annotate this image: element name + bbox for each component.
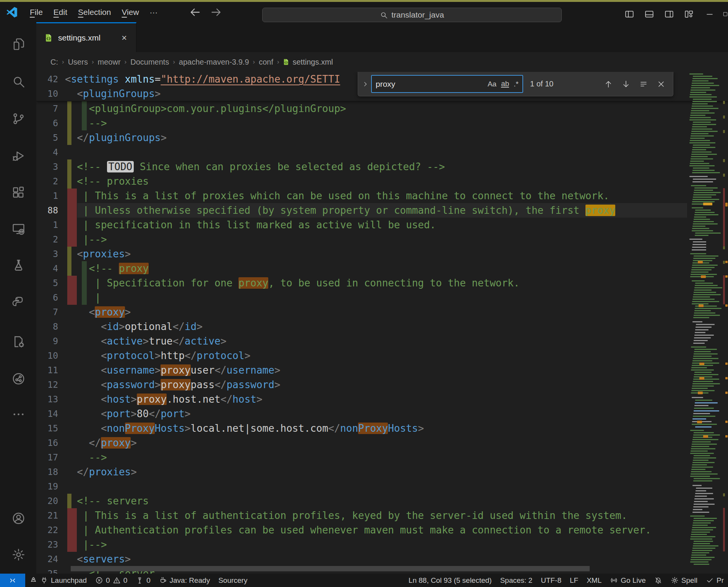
status-cursor-position[interactable]: Ln 88, Col 93 (5 selected) bbox=[404, 574, 496, 587]
code-line[interactable]: 1 | specification in this list marked as… bbox=[36, 218, 728, 232]
status-go-live[interactable]: Go Live bbox=[606, 574, 650, 587]
next-match-icon[interactable] bbox=[617, 76, 635, 92]
breadcrumb-item[interactable]: meowr bbox=[97, 57, 122, 67]
breadcrumb-item[interactable]: Users bbox=[67, 57, 89, 67]
status-eol[interactable]: LF bbox=[566, 574, 582, 587]
activity-more-views-icon[interactable] bbox=[9, 405, 28, 423]
code-line[interactable]: 4 bbox=[36, 145, 728, 159]
activity-testing-icon[interactable] bbox=[9, 256, 28, 274]
code-line[interactable]: 9 <active>true</active> bbox=[36, 334, 728, 348]
code-line[interactable]: 5 | Specification for one proxy, to be u… bbox=[36, 276, 728, 290]
status-spell-checker[interactable]: Spell bbox=[666, 574, 702, 587]
code-line[interactable]: 4 <!-- proxy bbox=[36, 261, 728, 276]
breadcrumb-item[interactable]: conf bbox=[258, 57, 274, 67]
code-line[interactable]: 3 <!-- TODO Since when can proxies be se… bbox=[36, 159, 728, 174]
activity-run-and-debug-icon[interactable] bbox=[9, 146, 28, 165]
minimap-line bbox=[693, 543, 710, 544]
code-line[interactable]: 2 |--> bbox=[36, 232, 728, 247]
code-line[interactable]: 15 <nonProxyHosts>local.net|some.host.co… bbox=[36, 421, 728, 436]
menu-edit[interactable]: Edit bbox=[48, 5, 73, 19]
code-line[interactable]: 20 <!-- servers bbox=[36, 494, 728, 508]
code-line[interactable]: 19 bbox=[36, 479, 728, 494]
breadcrumb-item[interactable]: apache-maven-3.9.9 bbox=[178, 57, 250, 67]
line-content: </proxy> bbox=[65, 436, 137, 450]
previous-match-icon[interactable] bbox=[600, 76, 617, 92]
find-in-selection-icon[interactable] bbox=[635, 76, 652, 92]
breadcrumb-item[interactable]: Documents bbox=[130, 57, 170, 67]
breadcrumb-item[interactable]: C: bbox=[50, 57, 59, 67]
code-line[interactable]: 22 | Authentication profiles can be used… bbox=[36, 523, 728, 537]
code-line[interactable]: 7 <pluginGroup>com.your.plugins</pluginG… bbox=[36, 101, 728, 116]
code-line[interactable]: 11 <username>proxyuser</username> bbox=[36, 363, 728, 377]
toggle-sidebar-icon[interactable] bbox=[619, 7, 639, 22]
match-case-icon[interactable]: Aa bbox=[488, 80, 496, 88]
menu-view[interactable]: View bbox=[116, 5, 144, 19]
go-forward-icon[interactable] bbox=[210, 6, 223, 19]
activity-project-manager-icon[interactable] bbox=[9, 369, 28, 388]
code-line[interactable]: 13 <host>proxy.host.net</host> bbox=[36, 392, 728, 407]
minimap-line bbox=[694, 408, 714, 409]
go-back-icon[interactable] bbox=[188, 6, 201, 19]
code-line[interactable]: 10 <protocol>http</protocol> bbox=[36, 348, 728, 363]
code-line[interactable]: 6 --> bbox=[36, 116, 728, 130]
regex-icon[interactable]: .* bbox=[514, 80, 519, 88]
code-line[interactable]: 5 </pluginGroups> bbox=[36, 130, 728, 145]
horizontal-scrollbar[interactable] bbox=[71, 566, 590, 571]
status-ports[interactable]: 0 bbox=[131, 574, 155, 587]
activity-cmake-tools-icon[interactable] bbox=[9, 332, 28, 351]
code-line[interactable]: 12 <password>proxypass</password> bbox=[36, 377, 728, 392]
status-launchpad[interactable]: Launchpad bbox=[25, 574, 91, 587]
close-tab-icon[interactable]: × bbox=[118, 32, 130, 44]
activity-search-icon[interactable] bbox=[9, 72, 28, 91]
activity-remote-explorer-icon[interactable] bbox=[9, 220, 28, 238]
editor[interactable]: 42<settings xmlns="http://maven.apache.o… bbox=[36, 72, 728, 574]
close-find-icon[interactable] bbox=[652, 76, 670, 92]
code-line[interactable]: 8 <id>optional</id> bbox=[36, 319, 728, 334]
status-problems[interactable]: 00 bbox=[91, 574, 131, 587]
minimize-window-icon[interactable] bbox=[699, 4, 720, 24]
code-line[interactable]: 18 </proxies> bbox=[36, 465, 728, 479]
activity-extensions-icon[interactable] bbox=[9, 183, 28, 201]
code-line[interactable]: 1 | This is a list of proxies which can … bbox=[36, 189, 728, 203]
activity-python-icon[interactable] bbox=[9, 293, 28, 311]
code-line[interactable]: 6 | bbox=[36, 290, 728, 305]
status-notifications-muted[interactable] bbox=[650, 574, 666, 587]
status-language-mode[interactable]: XML bbox=[582, 574, 606, 587]
code-line[interactable]: 2 <!-- proxies bbox=[36, 174, 728, 189]
code-line[interactable]: 23 |--> bbox=[36, 537, 728, 552]
code-line[interactable]: 3 <proxies> bbox=[36, 247, 728, 261]
menu-file[interactable]: File bbox=[24, 5, 48, 19]
menu-overflow[interactable]: ··· bbox=[144, 5, 163, 19]
customize-layout-icon[interactable] bbox=[679, 7, 699, 22]
find-input[interactable] bbox=[376, 80, 483, 89]
status-encoding[interactable]: UTF-8 bbox=[537, 574, 566, 587]
status-sourcery[interactable]: Sourcery bbox=[214, 574, 251, 587]
activity-accounts-icon[interactable] bbox=[9, 509, 28, 527]
minimap-search-match bbox=[703, 435, 708, 438]
command-center-search[interactable]: translator_java bbox=[262, 8, 562, 22]
toggle-panel-icon[interactable] bbox=[639, 7, 659, 22]
maximize-window-icon[interactable] bbox=[720, 4, 728, 24]
code-line[interactable]: 24 <servers> bbox=[36, 552, 728, 566]
toggle-replace-icon[interactable] bbox=[360, 72, 371, 96]
tab-settings-xml[interactable]: settings.xml × bbox=[36, 22, 136, 52]
status-indentation[interactable]: Spaces: 2 bbox=[496, 574, 537, 587]
activity-explorer-icon[interactable] bbox=[9, 35, 28, 53]
code-line[interactable]: 16 </proxy> bbox=[36, 436, 728, 450]
activity-manage-icon[interactable] bbox=[9, 545, 28, 564]
code-line[interactable]: 14 <port>80</port> bbox=[36, 407, 728, 421]
whole-word-icon[interactable]: ab bbox=[501, 80, 509, 88]
toggle-secondary-sidebar-icon[interactable] bbox=[659, 7, 679, 22]
code-line[interactable]: 17 --> bbox=[36, 450, 728, 465]
breadcrumb-file[interactable]: settings.xml bbox=[282, 58, 333, 67]
menu-selection[interactable]: Selection bbox=[73, 5, 116, 19]
status-java-status[interactable]: Java: Ready bbox=[155, 574, 214, 587]
code-line[interactable]: 7 <proxy> bbox=[36, 305, 728, 319]
code-line[interactable]: 21 | This is a list of authentication pr… bbox=[36, 508, 728, 523]
minimap[interactable] bbox=[688, 72, 723, 574]
minimap-line bbox=[694, 498, 714, 499]
code-line[interactable]: 88 | Unless otherwise specified (by syst… bbox=[36, 203, 728, 218]
remote-indicator[interactable] bbox=[0, 574, 25, 587]
status-prettier[interactable]: Pr bbox=[702, 574, 728, 587]
activity-source-control-icon[interactable] bbox=[9, 109, 28, 128]
